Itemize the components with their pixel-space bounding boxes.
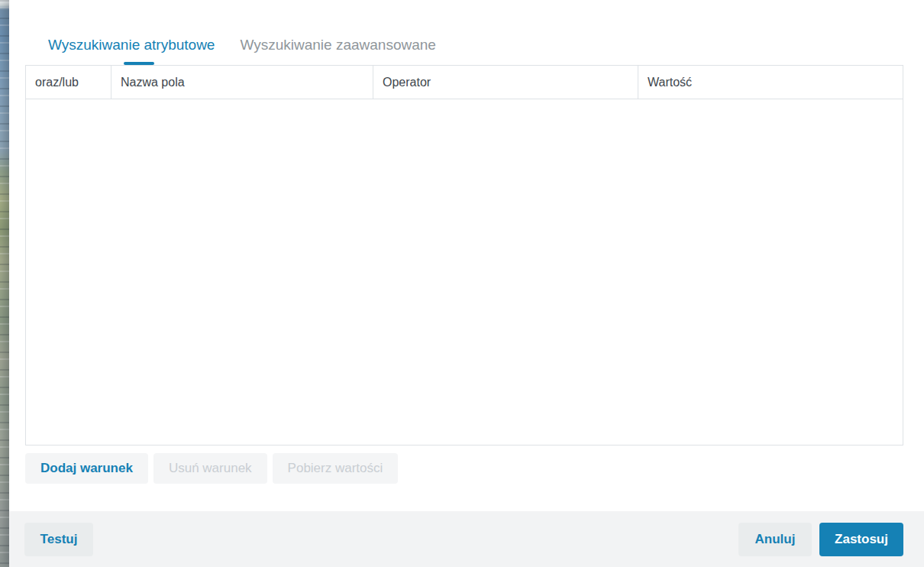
tab-advanced-search[interactable]: Wyszukiwanie zaawansowane <box>240 35 435 55</box>
search-tabs: Wyszukiwanie atrybutowe Wyszukiwanie zaa… <box>48 35 903 55</box>
conditions-table-header: oraz/lub Nazwa pola Operator Wartość <box>26 66 903 99</box>
dialog-body: Wyszukiwanie atrybutowe Wyszukiwanie zaa… <box>9 0 924 511</box>
remove-condition-button[interactable]: Usuń warunek <box>153 453 267 484</box>
column-header-field-name: Nazwa pola <box>111 66 373 99</box>
add-condition-button[interactable]: Dodaj warunek <box>25 453 148 484</box>
active-tab-indicator <box>124 62 154 65</box>
conditions-table: oraz/lub Nazwa pola Operator Wartość <box>25 65 903 446</box>
column-header-and-or: oraz/lub <box>26 66 111 99</box>
fetch-values-button[interactable]: Pobierz wartości <box>273 453 399 484</box>
test-button[interactable]: Testuj <box>24 523 93 556</box>
apply-button[interactable]: Zastosuj <box>819 523 903 556</box>
tab-attribute-search[interactable]: Wyszukiwanie atrybutowe <box>48 35 215 55</box>
column-header-operator: Operator <box>373 66 638 99</box>
column-header-value: Wartość <box>638 66 903 99</box>
conditions-table-body <box>26 99 903 445</box>
cancel-button[interactable]: Anuluj <box>738 523 812 556</box>
attribute-search-dialog: Wyszukiwanie atrybutowe Wyszukiwanie zaa… <box>9 0 924 567</box>
dialog-footer: Testuj Anuluj Zastosuj <box>9 511 924 567</box>
conditions-toolbar: Dodaj warunek Usuń warunek Pobierz warto… <box>25 453 903 484</box>
